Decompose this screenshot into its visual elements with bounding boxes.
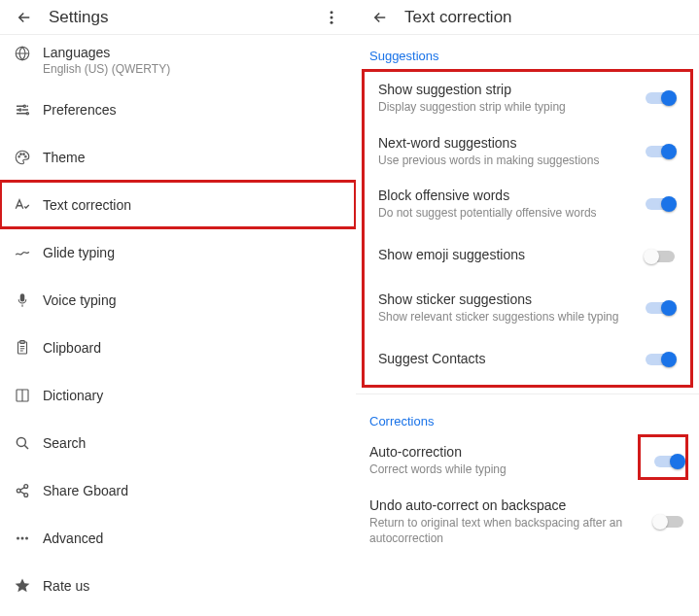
share-icon	[14, 482, 43, 499]
svg-point-14	[17, 437, 25, 446]
svg-point-18	[17, 536, 19, 539]
settings-item-theme[interactable]: Theme	[0, 133, 356, 181]
setting-desc: Show relevant sticker suggestions while …	[378, 310, 636, 325]
svg-point-19	[21, 536, 24, 539]
mic-icon	[14, 291, 43, 309]
toggle-switch[interactable]	[652, 452, 685, 471]
settings-item-rate-us[interactable]: Rate us	[0, 562, 356, 609]
settings-item-label: Advanced	[43, 530, 342, 546]
svg-point-2	[331, 20, 333, 23]
setting-title: Undo auto-correct on backspace	[369, 497, 645, 513]
text-correction-panel: Text correction Suggestions Show suggest…	[356, 0, 699, 616]
setting-title: Next-word suggestions	[378, 135, 636, 151]
settings-list: Languages English (US) (QWERTY) Preferen…	[0, 35, 356, 616]
setting-title: Block offensive words	[378, 188, 636, 203]
setting-undo-auto-correct-on-backspace[interactable]: Undo auto-correct on backspace Return to…	[356, 488, 699, 556]
section-header-corrections: Corrections	[356, 400, 699, 434]
clipboard-icon	[14, 339, 43, 357]
text-correction-icon	[14, 196, 43, 214]
toggle-switch[interactable]	[652, 512, 685, 531]
star-icon	[14, 577, 43, 595]
settings-panel: Settings Languages English (US) (QWERTY)…	[0, 0, 356, 616]
settings-item-label: Dictionary	[43, 388, 342, 403]
settings-item-label: Glide typing	[43, 245, 342, 260]
highlight-wrap-autocorrect: Auto-correction Correct words while typi…	[356, 434, 699, 488]
svg-point-0	[331, 11, 333, 14]
settings-item-dictionary[interactable]: Dictionary	[0, 371, 356, 419]
palette-icon	[14, 149, 43, 166]
book-icon	[14, 387, 43, 404]
dots-icon	[14, 530, 43, 547]
setting-desc: Do not suggest potentially offensive wor…	[378, 206, 636, 222]
svg-point-4	[23, 105, 25, 107]
settings-header: Settings	[0, 0, 356, 35]
back-icon[interactable]	[14, 7, 35, 28]
settings-title: Settings	[49, 8, 321, 27]
search-icon	[14, 434, 43, 452]
setting-show-sticker-suggestions[interactable]: Show sticker suggestions Show relevant s…	[365, 282, 690, 335]
settings-item-share-gboard[interactable]: Share Gboard	[0, 466, 356, 514]
section-header-suggestions: Suggestions	[356, 35, 699, 69]
settings-item-clipboard[interactable]: Clipboard	[0, 324, 356, 371]
settings-item-label: Rate us	[43, 578, 342, 594]
sliders-icon	[14, 101, 43, 119]
svg-point-1	[331, 16, 333, 18]
back-icon[interactable]	[369, 7, 391, 28]
setting-desc: Display suggestion strip while typing	[378, 100, 636, 116]
settings-item-label: Text correction	[43, 197, 342, 213]
setting-title: Show emoji suggestions	[378, 247, 636, 262]
toggle-switch[interactable]	[644, 247, 677, 266]
setting-title: Suggest Contacts	[378, 351, 636, 366]
settings-item-label: Clipboard	[43, 340, 342, 356]
svg-point-10	[25, 155, 27, 157]
settings-item-voice-typing[interactable]: Voice typing	[0, 276, 356, 324]
setting-title: Show sticker suggestions	[378, 291, 636, 307]
svg-point-5	[19, 108, 21, 110]
settings-item-label: Preferences	[43, 102, 342, 118]
settings-item-label: Theme	[43, 150, 342, 165]
settings-item-label: Search	[43, 435, 342, 451]
setting-desc: Return to original text when backspacing…	[369, 516, 645, 546]
svg-point-6	[26, 112, 28, 114]
svg-point-7	[18, 155, 20, 157]
more-icon[interactable]	[321, 7, 342, 28]
setting-show-suggestion-strip[interactable]: Show suggestion strip Display suggestion…	[365, 72, 690, 125]
settings-item-label: Languages	[43, 45, 342, 60]
globe-icon	[14, 45, 43, 62]
svg-point-20	[25, 536, 28, 539]
setting-next-word-suggestions[interactable]: Next-word suggestions Use previous words…	[365, 125, 690, 179]
svg-point-9	[23, 153, 25, 154]
setting-desc: Use previous words in making suggestions	[378, 154, 636, 169]
settings-item-search[interactable]: Search	[0, 419, 356, 466]
settings-item-text-correction[interactable]: Text correction	[0, 181, 356, 228]
highlight-box-suggestions: Show suggestion strip Display suggestion…	[362, 69, 693, 388]
text-correction-header: Text correction	[356, 0, 699, 35]
glide-icon	[14, 244, 43, 261]
toggle-switch[interactable]	[644, 194, 677, 214]
setting-title: Show suggestion strip	[378, 82, 636, 97]
settings-item-glide-typing[interactable]: Glide typing	[0, 228, 356, 276]
svg-point-17	[24, 493, 28, 496]
text-correction-list: Suggestions Show suggestion strip Displa…	[356, 35, 699, 616]
settings-item-advanced[interactable]: Advanced	[0, 514, 356, 562]
svg-point-8	[20, 153, 22, 154]
setting-block-offensive-words[interactable]: Block offensive words Do not suggest pot…	[365, 178, 690, 231]
settings-item-sub: English (US) (QWERTY)	[43, 62, 342, 76]
toggle-switch[interactable]	[644, 298, 677, 318]
settings-item-label: Voice typing	[43, 292, 342, 308]
svg-point-15	[24, 484, 28, 488]
toggle-switch[interactable]	[644, 142, 677, 161]
settings-item-preferences[interactable]: Preferences	[0, 86, 356, 133]
setting-suggest-contacts[interactable]: Suggest Contacts	[365, 334, 690, 385]
text-correction-title: Text correction	[404, 8, 685, 27]
setting-show-emoji-suggestions[interactable]: Show emoji suggestions	[365, 231, 690, 282]
settings-item-languages[interactable]: Languages English (US) (QWERTY)	[0, 35, 356, 86]
settings-item-label: Share Gboard	[43, 483, 342, 498]
toggle-switch[interactable]	[644, 88, 677, 108]
divider	[356, 394, 699, 394]
setting-title: Auto-correction	[369, 444, 645, 460]
setting-desc: Correct words while typing	[369, 462, 645, 478]
toggle-switch[interactable]	[644, 350, 677, 369]
